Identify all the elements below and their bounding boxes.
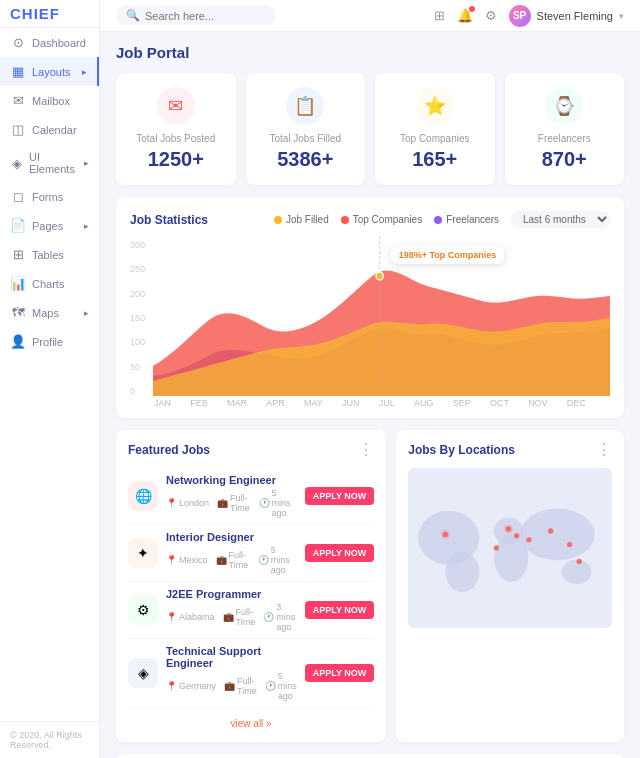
y-axis-300: 300	[130, 240, 145, 250]
legend-dot-0	[274, 216, 282, 224]
sidebar-item-tables[interactable]: ⊞ Tables	[0, 240, 99, 269]
map-more-icon[interactable]: ⋮	[596, 442, 612, 458]
job-logo-0: 🌐	[128, 481, 158, 511]
legend-job-filled: Job Filled	[274, 214, 329, 225]
stat-value-3: 870+	[542, 148, 587, 171]
job-info-2: J2EE Programmer 📍 Alabama 💼 Full-Time 🕐 …	[166, 588, 297, 632]
ui-elements-icon: ◈	[10, 156, 23, 171]
job-title-3: Technical Support Engineer	[166, 645, 297, 669]
svg-point-13	[526, 537, 531, 542]
legend-top-companies: Top Companies	[341, 214, 422, 225]
job-logo-1: ✦	[128, 538, 158, 568]
pages-icon: 📄	[10, 218, 26, 233]
y-axis-50: 50	[130, 362, 145, 372]
job-type-0: 💼 Full-Time	[217, 488, 251, 518]
map-bg	[408, 468, 612, 628]
chart-title: Job Statistics	[130, 213, 208, 227]
job-title-1: Interior Designer	[166, 531, 297, 543]
job-logo-3: ◈	[128, 658, 158, 688]
sidebar-item-profile[interactable]: 👤 Profile	[0, 327, 99, 356]
stat-icon-0: ✉	[157, 87, 195, 125]
svg-point-15	[494, 545, 499, 550]
mailbox-icon: ✉	[10, 93, 26, 108]
stat-icon-2: ⭐	[416, 87, 454, 125]
layouts-icon: ▦	[10, 64, 26, 79]
chart-header: Job Statistics Job Filled Top Companies …	[130, 211, 610, 228]
sidebar-footer: © 2020. All Rights Reserved.	[0, 721, 99, 758]
svg-point-6	[520, 509, 595, 561]
svg-point-12	[514, 533, 519, 538]
search-box[interactable]: 🔍	[116, 6, 276, 25]
forms-icon: ◻	[10, 189, 26, 204]
stat-label-3: Freelancers	[538, 133, 591, 144]
chart-section: Job Statistics Job Filled Top Companies …	[116, 197, 624, 418]
grid-icon[interactable]: ⊞	[434, 8, 445, 23]
svg-point-14	[548, 528, 553, 533]
apply-button-3[interactable]: APPLY NOW	[305, 664, 375, 682]
stat-label-1: Total Jobs Filled	[269, 133, 341, 144]
job-item-3: ◈ Technical Support Engineer 📍 Germany 💼…	[128, 639, 374, 708]
notification-dot	[469, 6, 475, 12]
stats-row: ✉ Total Jobs Posted 1250+ 📋 Total Jobs F…	[116, 73, 624, 185]
sidebar-item-forms[interactable]: ◻ Forms	[0, 182, 99, 211]
job-item-2: ⚙ J2EE Programmer 📍 Alabama 💼 Full-Time …	[128, 582, 374, 639]
ui-elements-arrow: ▸	[84, 158, 89, 168]
page-title: Job Portal	[116, 44, 624, 61]
y-axis-250: 250	[130, 264, 145, 274]
stat-label-2: Top Companies	[400, 133, 469, 144]
job-location-2: 📍 Alabama	[166, 602, 215, 632]
svg-point-3	[446, 551, 480, 592]
stat-icon-3: ⌚	[545, 87, 583, 125]
job-time-3: 🕐 5 mins ago	[265, 671, 297, 701]
stat-value-0: 1250+	[148, 148, 204, 171]
chart-filter-select[interactable]: Last 6 months Last 3 months Last year	[511, 211, 610, 228]
svg-point-7	[562, 560, 592, 584]
svg-point-17	[567, 542, 572, 547]
layouts-arrow: ▸	[82, 67, 87, 77]
job-type-3: 💼 Full-Time	[224, 671, 257, 701]
stat-card-2: ⭐ Top Companies 165+	[375, 73, 495, 185]
featured-jobs-more-icon[interactable]: ⋮	[358, 442, 374, 458]
job-meta-1: 📍 Mexico 💼 Full-Time 🕐 5 mins ago	[166, 545, 297, 575]
bell-icon[interactable]: 🔔	[457, 8, 473, 23]
view-all[interactable]: view all »	[128, 716, 374, 730]
sidebar-item-calendar[interactable]: ◫ Calendar	[0, 115, 99, 144]
sidebar: CHIEF ⊙ Dashboard ▦ Layouts ▸ ✉ Mailbox …	[0, 0, 100, 758]
y-axis-150: 150	[130, 313, 145, 323]
apply-button-1[interactable]: APPLY NOW	[305, 544, 375, 562]
job-title-2: J2EE Programmer	[166, 588, 297, 600]
stat-card-0: ✉ Total Jobs Posted 1250+	[116, 73, 236, 185]
svg-point-1	[376, 272, 383, 280]
apply-button-2[interactable]: APPLY NOW	[305, 601, 375, 619]
y-axis-0: 0	[130, 386, 145, 396]
sidebar-item-mailbox[interactable]: ✉ Mailbox	[0, 86, 99, 115]
job-title-0: Networking Engineer	[166, 474, 297, 486]
sidebar-item-dashboard[interactable]: ⊙ Dashboard	[0, 28, 99, 57]
job-logo-2: ⚙	[128, 595, 158, 625]
job-info-3: Technical Support Engineer 📍 Germany 💼 F…	[166, 645, 297, 701]
apply-button-0[interactable]: APPLY NOW	[305, 487, 375, 505]
job-type-2: 💼 Full-Time	[223, 602, 256, 632]
featured-jobs-title: Featured Jobs	[128, 443, 210, 457]
sidebar-item-maps[interactable]: 🗺 Maps ▸	[0, 298, 99, 327]
main-content: 🔍 ⊞ 🔔 ⚙ SP Steven Fleming ▾ Job Portal ✉…	[100, 0, 640, 758]
gear-icon[interactable]: ⚙	[485, 8, 497, 23]
sidebar-item-ui-elements[interactable]: ◈ UI Elements ▸	[0, 144, 99, 182]
job-meta-3: 📍 Germany 💼 Full-Time 🕐 5 mins ago	[166, 671, 297, 701]
calendar-icon: ◫	[10, 122, 26, 137]
job-time-0: 🕐 5 mins ago	[259, 488, 297, 518]
profile-icon: 👤	[10, 334, 26, 349]
job-item-1: ✦ Interior Designer 📍 Mexico 💼 Full-Time…	[128, 525, 374, 582]
pages-arrow: ▸	[84, 221, 89, 231]
search-input[interactable]	[145, 10, 265, 22]
header-right: ⊞ 🔔 ⚙ SP Steven Fleming ▾	[434, 5, 624, 27]
sidebar-item-layouts[interactable]: ▦ Layouts ▸	[0, 57, 99, 86]
user-info[interactable]: SP Steven Fleming ▾	[509, 5, 624, 27]
job-meta-2: 📍 Alabama 💼 Full-Time 🕐 3 mins ago	[166, 602, 297, 632]
map-title: Jobs By Locations	[408, 443, 515, 457]
bottom-row: Featured Jobs ⋮ 🌐 Networking Engineer 📍 …	[116, 430, 624, 742]
sidebar-item-charts[interactable]: 📊 Charts	[0, 269, 99, 298]
sidebar-item-pages[interactable]: 📄 Pages ▸	[0, 211, 99, 240]
job-location-3: 📍 Germany	[166, 671, 216, 701]
view-all-link[interactable]: view all »	[231, 718, 272, 729]
